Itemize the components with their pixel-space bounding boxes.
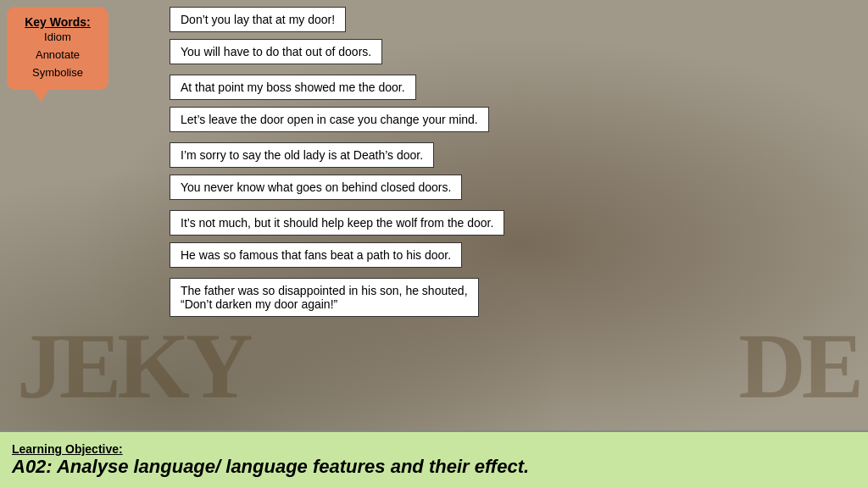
key-words-bubble: Key Words: Idiom Annotate Symbolise: [7, 7, 108, 90]
sentence-box: Don’t you lay that at my door!: [170, 7, 346, 32]
sentences-area: Don’t you lay that at my door! You will …: [170, 7, 851, 429]
sentence-group-3: I’m sorry to say the old lady is at Deat…: [170, 142, 851, 203]
key-words-title: Key Words:: [22, 15, 93, 29]
learning-objective-title: Learning Objective:: [12, 442, 856, 456]
keyword-annotate: Annotate: [22, 47, 93, 64]
sentence-box: The father was so disappointed in his so…: [170, 278, 479, 317]
sentence-box: You will have to do that out of doors.: [170, 39, 382, 64]
sentence-box: Let’s leave the door open in case you ch…: [170, 107, 489, 132]
sentence-group-4: It’s not much, but it should help keep t…: [170, 210, 851, 271]
sentence-box: You never know what goes on behind close…: [170, 175, 462, 200]
sentence-box: He was so famous that fans beat a path t…: [170, 242, 462, 268]
sentence-box: At that point my boss showed me the door…: [170, 75, 416, 100]
sentence-box: I’m sorry to say the old lady is at Deat…: [170, 142, 434, 168]
key-words-items: Idiom Annotate Symbolise: [22, 29, 93, 81]
keyword-symbolise: Symbolise: [22, 64, 93, 82]
sentence-group-1: Don’t you lay that at my door! You will …: [170, 7, 851, 68]
sentence-box: It’s not much, but it should help keep t…: [170, 210, 504, 236]
learning-bar: Learning Objective: A02: Analyse languag…: [0, 430, 868, 488]
sentence-group-5: The father was so disappointed in his so…: [170, 278, 851, 320]
sentence-group-2: At that point my boss showed me the door…: [170, 75, 851, 136]
keyword-idiom: Idiom: [22, 29, 93, 47]
learning-objective-text: A02: Analyse language/ language features…: [12, 456, 856, 478]
